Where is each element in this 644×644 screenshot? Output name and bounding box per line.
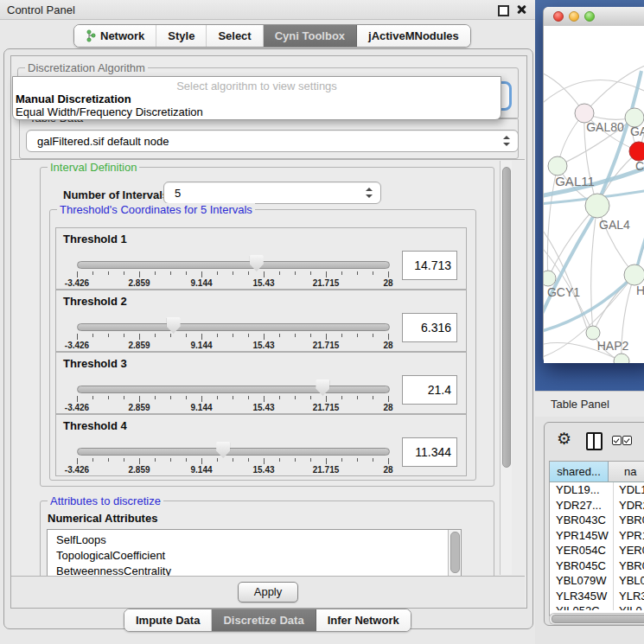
column-header-name[interactable]: na <box>609 462 644 482</box>
tick-label: 2.859 <box>128 465 150 475</box>
slider-thumb[interactable] <box>250 255 264 271</box>
close-traffic-light[interactable] <box>553 11 564 22</box>
apply-button[interactable]: Apply <box>238 582 298 603</box>
close-icon[interactable] <box>516 4 526 15</box>
tab-infer-network[interactable]: Infer Network <box>316 609 411 631</box>
table-row[interactable]: YBR045CYBR0 <box>550 558 644 574</box>
tab-label: jActiveMNodules <box>368 29 459 42</box>
tab-label: Style <box>168 29 194 42</box>
slider-track[interactable] <box>77 323 390 331</box>
scrollbar-thumb[interactable] <box>552 615 644 623</box>
threshold-value-field[interactable]: 11.344 <box>402 437 457 467</box>
tab-select[interactable]: Select <box>207 25 263 47</box>
cell-shared-name: YLR345W <box>550 589 614 604</box>
tab-impute-data[interactable]: Impute Data <box>124 609 212 631</box>
scrollbar-thumb[interactable] <box>502 167 511 468</box>
attributes-group: Attributes to discretize Numerical Attri… <box>40 501 494 577</box>
control-panel-window: Control Panel NetworkStyleSelectCyni Too… <box>0 0 536 644</box>
network-edge <box>548 206 597 278</box>
dropdown-option-manual-discretization[interactable]: Manual Discretization <box>16 92 131 105</box>
threshold-slider[interactable]: -3.4262.8599.14415.4321.71528 <box>77 441 388 474</box>
threshold-label: Threshold 2 <box>63 295 127 308</box>
columns-icon[interactable] <box>586 432 603 450</box>
table-row[interactable]: YPR145WYPR1 <box>550 528 644 544</box>
threshold-value-field[interactable]: 6.316 <box>402 313 457 342</box>
threshold-slider[interactable]: -3.4262.8599.14415.4321.71528 <box>77 379 388 411</box>
number-of-intervals-combobox[interactable]: 5 <box>163 182 381 204</box>
threshold-value-field[interactable]: 21.4 <box>402 375 457 405</box>
minimize-traffic-light[interactable] <box>569 11 579 22</box>
tab-label: Discretize Data <box>223 614 303 627</box>
network-window-titlebar <box>544 7 644 27</box>
slider-thumb[interactable] <box>167 317 181 334</box>
slider-tick-labels: -3.4262.8599.14415.4321.71528 <box>77 465 388 475</box>
scrollbar-thumb[interactable] <box>450 532 460 573</box>
network-node-h[interactable] <box>624 265 644 285</box>
cell-name: YDL1 <box>614 482 644 498</box>
network-view-window: GAL80GACGAL11GAL4GCY1HHAP2 <box>543 7 644 363</box>
node-label-ga: GA <box>630 124 644 138</box>
network-node-gcy1[interactable] <box>544 271 556 286</box>
list-vertical-scrollbar[interactable] <box>448 530 461 577</box>
network-node-bot[interactable] <box>614 354 629 363</box>
slider-track[interactable] <box>77 261 390 269</box>
tab-discretize-data[interactable]: Discretize Data <box>212 609 316 631</box>
network-node-gal11[interactable] <box>548 156 567 175</box>
tab-cyni-toolbox[interactable]: Cyni Toolbox <box>264 25 357 47</box>
slider-track[interactable] <box>77 386 390 393</box>
cell-name: YLR3 <box>614 589 644 604</box>
cell-name: YBL0 <box>614 573 644 589</box>
node-label-gal11: GAL11 <box>555 174 595 188</box>
cell-name: YBR0 <box>614 513 644 528</box>
network-edge <box>544 213 596 322</box>
tick-label: 9.144 <box>190 403 212 412</box>
tick-label: -3.426 <box>65 278 89 288</box>
network-node-hap2[interactable] <box>586 326 600 340</box>
threshold-value-field[interactable]: 14.713 <box>402 251 457 280</box>
attribute-item-topologicalcoefficient[interactable]: TopologicalCoefficient <box>48 548 461 564</box>
table-row[interactable]: YDL19...YDL1 <box>550 482 644 498</box>
checkbox-icon[interactable] <box>622 436 632 445</box>
float-window-icon[interactable] <box>498 5 509 16</box>
tick-label: 9.144 <box>190 465 212 475</box>
tab-label: Impute Data <box>136 614 200 627</box>
table-row[interactable]: YBL079WYBL0 <box>550 573 644 589</box>
tick-label: 2.859 <box>128 403 150 412</box>
dropdown-option-equal-width-frequency[interactable]: Equal Width/Frequency Discretization <box>16 105 203 118</box>
threshold-panel-3: Threshold 3 -3.4262.8599.14415.4321.7152… <box>55 352 467 414</box>
table-row[interactable]: YBR043CYBR0 <box>550 513 644 528</box>
slider-track[interactable] <box>77 448 390 456</box>
tick-label: 15.43 <box>252 278 274 288</box>
table-row[interactable]: YLR345WYLR3 <box>550 589 644 604</box>
zoom-traffic-light[interactable] <box>584 11 595 22</box>
tab-label: Infer Network <box>328 614 399 627</box>
gear-icon[interactable]: ⚙ <box>557 430 571 447</box>
table-row[interactable]: YER054CYER0 <box>550 543 644 558</box>
threshold-slider[interactable]: -3.4262.8599.14415.4321.71528 <box>77 316 388 349</box>
attribute-item-selfloops[interactable]: SelfLoops <box>48 532 461 548</box>
table-row[interactable]: YDR27...YDR2 <box>550 498 644 513</box>
threshold-panel-1: Threshold 1 -3.4262.8599.14415.4321.7152… <box>55 227 467 290</box>
network-node-c[interactable] <box>629 142 644 161</box>
tab-jactivemnodules[interactable]: jActiveMNodules <box>357 25 470 47</box>
slider-thumb[interactable] <box>216 442 230 458</box>
table-horizontal-scrollbar[interactable] <box>549 613 644 625</box>
table-data-combobox[interactable]: galFiltered.sif default node <box>26 130 519 152</box>
tab-network[interactable]: Network <box>74 25 156 47</box>
numerical-attributes-list[interactable]: SelfLoopsTopologicalCoefficientBetweenne… <box>47 529 462 577</box>
network-canvas[interactable]: GAL80GACGAL11GAL4GCY1HHAP2 <box>544 26 644 363</box>
settings-vertical-scrollbar[interactable] <box>500 161 512 575</box>
desktop-background: GAL80GACGAL11GAL4GCY1HHAP2 Table Panel ⚙… <box>535 0 644 644</box>
network-node-gal4[interactable] <box>585 194 609 218</box>
table-row[interactable]: YIL052CYIL0 <box>550 603 644 610</box>
dropdown-hint-option[interactable]: Select algorithm to view settings <box>13 80 501 92</box>
tab-style[interactable]: Style <box>156 25 207 47</box>
threshold-slider[interactable]: -3.4262.8599.14415.4321.71528 <box>77 254 388 287</box>
combo-stepper-icon <box>365 188 373 198</box>
slider-thumb[interactable] <box>316 379 329 396</box>
cell-shared-name: YBL079W <box>550 573 614 589</box>
column-header-shared-name[interactable]: shared... <box>550 462 609 482</box>
table-header-row: shared... na <box>550 462 644 482</box>
checkbox-icon[interactable] <box>612 436 622 445</box>
slider-ticks <box>77 271 388 278</box>
